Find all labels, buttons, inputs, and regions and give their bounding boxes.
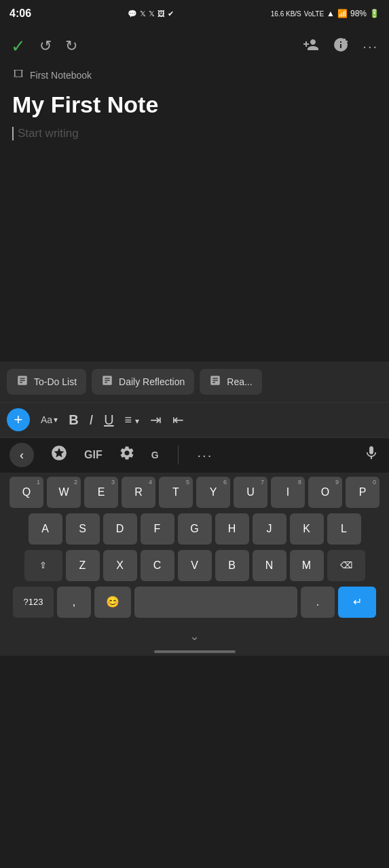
- sticker-button[interactable]: [50, 444, 68, 466]
- font-size-label: Aa: [41, 414, 52, 425]
- battery-level: 98%: [350, 9, 367, 18]
- key-n[interactable]: N: [253, 550, 286, 581]
- read-template-icon: [209, 374, 221, 389]
- key-period[interactable]: .: [301, 587, 335, 618]
- outdent-button[interactable]: ⇤: [172, 412, 184, 428]
- signal-icon: 📶: [337, 9, 348, 18]
- key-k[interactable]: K: [290, 513, 324, 545]
- key-y[interactable]: Y6: [196, 477, 230, 508]
- status-notification-icons: 💬 𝕏 𝕏 🖼 ✔: [128, 9, 174, 18]
- wifi-icon: ▲: [327, 9, 335, 18]
- italic-button[interactable]: I: [90, 412, 94, 428]
- key-i[interactable]: I8: [271, 477, 305, 508]
- gallery-icon: 🖼: [158, 9, 165, 18]
- redo-button[interactable]: ↻: [65, 37, 77, 55]
- list-label: ≡: [125, 413, 132, 427]
- home-indicator: [154, 650, 236, 653]
- key-a[interactable]: A: [29, 513, 62, 545]
- keyboard-row-3: ⇧ Z X C V B N M ⌫: [3, 550, 386, 581]
- key-g[interactable]: G: [178, 513, 212, 545]
- volte-icon: VoLTE: [304, 10, 324, 18]
- note-title[interactable]: My First Note: [12, 91, 377, 119]
- more-options-button[interactable]: ···: [363, 39, 378, 54]
- key-d[interactable]: D: [103, 513, 137, 545]
- key-u[interactable]: U7: [234, 477, 267, 508]
- editor-toolbar: ✓ ↺ ↻ ···: [0, 27, 389, 65]
- breadcrumb-label: First Notebook: [30, 70, 92, 81]
- key-v[interactable]: V: [178, 550, 212, 581]
- add-content-button[interactable]: +: [7, 408, 30, 431]
- note-content-area[interactable]: My First Note Start writing: [0, 85, 389, 151]
- text-cursor: [12, 127, 14, 140]
- add-contact-button[interactable]: [303, 37, 319, 56]
- status-time: 4:06: [10, 7, 31, 20]
- bold-button[interactable]: B: [69, 412, 78, 428]
- note-body[interactable]: Start writing: [12, 127, 377, 140]
- key-w[interactable]: W2: [47, 477, 81, 508]
- add-icon: +: [14, 411, 23, 429]
- read-chip-label: Rea...: [227, 376, 252, 387]
- content-spacer: [0, 151, 389, 361]
- note-placeholder[interactable]: Start writing: [16, 127, 79, 140]
- key-m[interactable]: M: [290, 550, 324, 581]
- key-backspace[interactable]: ⌫: [327, 550, 365, 581]
- key-l[interactable]: L: [327, 513, 361, 545]
- emoji-bar-divider: [178, 446, 179, 465]
- notebook-icon: [12, 68, 24, 83]
- key-numbers[interactable]: ?123: [13, 587, 54, 618]
- template-chip-daily[interactable]: Daily Reflection: [92, 369, 194, 395]
- back-arrow-button[interactable]: ‹: [10, 443, 34, 467]
- key-o[interactable]: O9: [308, 477, 342, 508]
- key-h[interactable]: H: [215, 513, 249, 545]
- key-r[interactable]: R4: [122, 477, 155, 508]
- key-b[interactable]: B: [215, 550, 249, 581]
- translate-button[interactable]: G: [151, 450, 159, 460]
- gif-button[interactable]: GIF: [84, 449, 103, 461]
- key-f[interactable]: F: [141, 513, 174, 545]
- template-chip-read[interactable]: Rea...: [200, 369, 261, 395]
- keyboard: Q1 W2 E3 R4 T5 Y6 U7 I8 O9 P0 A S D F G …: [0, 473, 389, 626]
- save-check-button[interactable]: ✓: [11, 36, 26, 57]
- underline-button[interactable]: U: [104, 412, 113, 428]
- key-shift[interactable]: ⇧: [24, 550, 62, 581]
- keyboard-row-2: A S D F G H J K L: [3, 513, 386, 545]
- list-button[interactable]: ≡ ▾: [125, 413, 140, 427]
- key-j[interactable]: J: [253, 513, 286, 545]
- font-size-button[interactable]: Aa ▾: [41, 414, 58, 425]
- breadcrumb[interactable]: First Notebook: [0, 65, 389, 85]
- swipe-bar: ⌄: [0, 626, 389, 650]
- more-emoji-button[interactable]: ···: [198, 448, 213, 463]
- key-comma[interactable]: ,: [57, 587, 91, 618]
- network-speed: 16.6 KB/S: [271, 10, 301, 18]
- key-x[interactable]: X: [103, 550, 137, 581]
- key-e[interactable]: E3: [84, 477, 118, 508]
- key-q[interactable]: Q1: [10, 477, 43, 508]
- key-s[interactable]: S: [66, 513, 100, 545]
- toolbar-left: ✓ ↺ ↻: [11, 36, 289, 57]
- twitter-icon: 𝕏: [140, 9, 146, 18]
- daily-template-icon: [101, 374, 113, 389]
- settings-button[interactable]: [119, 445, 135, 465]
- home-bar: [0, 650, 389, 656]
- toolbar-right: ···: [303, 37, 378, 56]
- key-z[interactable]: Z: [66, 550, 100, 581]
- key-emoji[interactable]: 😊: [94, 587, 131, 618]
- swipe-down-icon: ⌄: [189, 629, 200, 644]
- key-t[interactable]: T5: [159, 477, 193, 508]
- add-home-button[interactable]: [333, 37, 349, 56]
- daily-chip-label: Daily Reflection: [119, 376, 185, 387]
- format-toolbar: + Aa ▾ B I U ≡ ▾ ⇥ ⇤: [0, 402, 389, 437]
- font-size-arrow: ▾: [54, 415, 58, 425]
- key-space[interactable]: [134, 587, 297, 618]
- todo-template-icon: [16, 374, 29, 389]
- indent-button[interactable]: ⇥: [150, 412, 162, 428]
- mic-button[interactable]: [363, 445, 379, 465]
- undo-button[interactable]: ↺: [39, 37, 52, 55]
- template-chip-todo[interactable]: To-Do List: [7, 369, 86, 395]
- key-enter[interactable]: ↵: [338, 587, 376, 618]
- twitter2-icon: 𝕏: [149, 9, 155, 18]
- key-p[interactable]: P0: [346, 477, 379, 508]
- todo-chip-label: To-Do List: [34, 376, 77, 387]
- list-arrow: ▾: [135, 416, 139, 426]
- key-c[interactable]: C: [141, 550, 174, 581]
